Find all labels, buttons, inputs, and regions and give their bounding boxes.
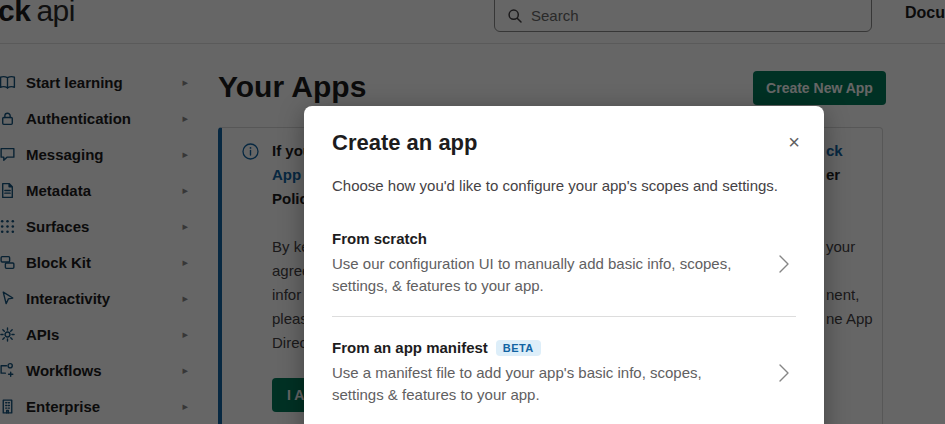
- create-app-modal: Create an app × Choose how you'd like to…: [304, 106, 824, 424]
- option-description: Use a manifest file to add your app's ba…: [332, 362, 736, 406]
- option-from-scratch[interactable]: From scratch Use our configuration UI to…: [332, 230, 796, 297]
- slack-api-page: ckapi Docu Start learning ▸ Authenticati…: [0, 0, 945, 424]
- beta-badge: BETA: [496, 340, 541, 356]
- modal-divider: [332, 316, 796, 317]
- option-title-text: From an app manifest: [332, 339, 488, 356]
- modal-subtitle: Choose how you'd like to configure your …: [332, 177, 796, 194]
- modal-title: Create an app: [332, 130, 796, 156]
- option-title: From an app manifestBETA: [332, 339, 746, 356]
- close-icon[interactable]: ×: [788, 132, 800, 152]
- chevron-right-icon: [778, 254, 790, 274]
- option-description: Use our configuration UI to manually add…: [332, 253, 736, 297]
- option-from-manifest[interactable]: From an app manifestBETA Use a manifest …: [332, 339, 796, 406]
- option-title: From scratch: [332, 230, 746, 247]
- chevron-right-icon: [778, 363, 790, 383]
